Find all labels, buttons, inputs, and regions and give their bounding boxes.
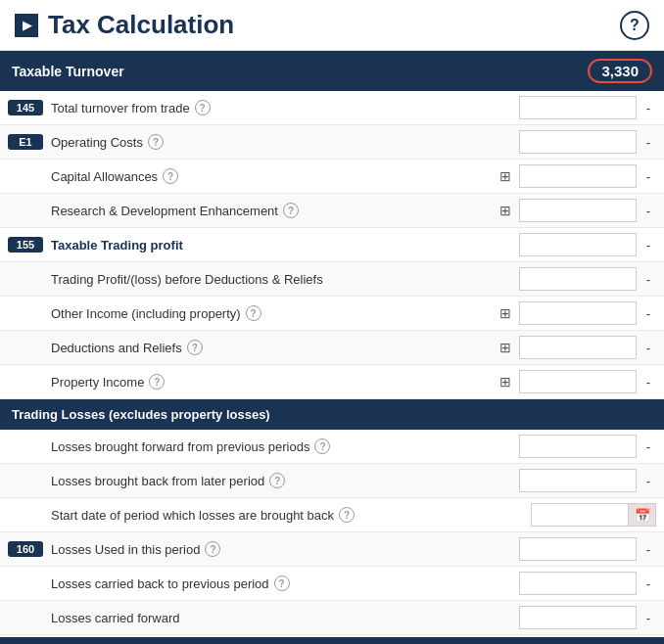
info-icon-capital[interactable]: ? (163, 168, 178, 184)
row-other: Other Income (including property) ? ⊞ - (0, 297, 664, 331)
input-area-145: - (519, 96, 656, 119)
row-capital: Capital Allowances ? ⊞ - (0, 160, 664, 194)
row-losses-carriedforward: Losses carried forward - (0, 601, 664, 635)
calc-icon-capital[interactable]: ⊞ (499, 168, 511, 184)
label-losses-160: Losses Used in this period ? (51, 541, 519, 557)
input-rd[interactable] (519, 199, 637, 222)
input-losses-carriedforward[interactable] (519, 606, 637, 629)
input-155[interactable] (519, 233, 637, 256)
label-losses-back: Losses brought back from later period ? (51, 473, 519, 488)
losses-rows: Losses brought forward from previous per… (0, 430, 664, 635)
input-deductions[interactable] (519, 336, 637, 359)
input-area-losses-forward: - (519, 435, 656, 458)
label-losses-carriedforward: Losses carried forward (51, 611, 519, 625)
label-e1: Operating Costs ? (51, 134, 519, 150)
label-rd: Research & Development Enhancement ? (51, 203, 499, 218)
info-icon-losses-back[interactable]: ? (269, 473, 285, 488)
label-losses-carriedback: Losses carried back to previous period ? (51, 575, 519, 591)
row-rd: Research & Development Enhancement ? ⊞ - (0, 194, 664, 228)
calc-icon-property[interactable]: ⊞ (499, 374, 511, 390)
label-capital: Capital Allowances ? (51, 168, 499, 184)
input-area-losses-160: - (519, 537, 656, 561)
input-area-155: - (519, 233, 656, 256)
row-145: 145 Total turnover from trade ? - (0, 91, 664, 125)
input-area-losses-carriedforward: - (519, 606, 656, 629)
input-losses-160[interactable] (519, 537, 637, 561)
info-icon-other[interactable]: ? (246, 305, 261, 321)
input-property[interactable] (519, 370, 637, 393)
input-area-capital: ⊞ - (499, 164, 656, 188)
row-155: 155 Taxable Trading profit - (0, 228, 664, 262)
badge-160: 160 (8, 541, 43, 557)
input-area-losses-carriedback: - (519, 572, 656, 595)
label-deductions: Deductions and Reliefs ? (51, 340, 499, 355)
input-area-trading: - (519, 267, 656, 291)
input-area-other: ⊞ - (499, 301, 656, 325)
info-icon-losses-startdate[interactable]: ? (339, 507, 355, 523)
input-145[interactable] (519, 96, 637, 119)
label-losses-forward: Losses brought forward from previous per… (51, 438, 519, 454)
page-footer: Total payable Corporation Tax (£) 632.70 (0, 637, 664, 644)
main-rows: 145 Total turnover from trade ? - E1 Ope… (0, 91, 664, 399)
row-deductions: Deductions and Reliefs ? ⊞ - (0, 331, 664, 365)
badge-e1: E1 (8, 134, 43, 150)
calc-icon-rd[interactable]: ⊞ (499, 203, 511, 218)
help-button[interactable]: ? (620, 11, 649, 40)
info-icon-losses-forward[interactable]: ? (314, 438, 330, 454)
row-trading: Trading Profit/(loss) before Deductions … (0, 262, 664, 297)
input-losses-forward[interactable] (519, 435, 637, 458)
page-wrapper: ▶ Tax Calculation ? Taxable Turnover 3,3… (0, 0, 664, 644)
label-145: Total turnover from trade ? (51, 100, 519, 115)
label-155: Taxable Trading profit (51, 238, 519, 253)
trading-losses-header: Trading Losses (excludes property losses… (0, 399, 664, 430)
input-losses-startdate[interactable] (531, 503, 629, 527)
row-e1: E1 Operating Costs ? - (0, 125, 664, 160)
input-trading[interactable] (519, 267, 637, 291)
label-trading: Trading Profit/(loss) before Deductions … (51, 272, 519, 287)
input-area-rd: ⊞ - (499, 199, 656, 222)
row-losses-forward: Losses brought forward from previous per… (0, 430, 664, 464)
info-icon-property[interactable]: ? (149, 374, 165, 390)
page-title: Tax Calculation (48, 10, 234, 40)
taxable-turnover-label: Taxable Turnover (12, 64, 124, 79)
badge-155: 155 (8, 237, 43, 253)
label-property: Property Income ? (51, 374, 499, 390)
input-area-e1: - (519, 130, 656, 154)
taxable-turnover-header: Taxable Turnover 3,330 (0, 51, 664, 91)
row-losses-carriedback: Losses carried back to previous period ?… (0, 567, 664, 601)
calc-icon-other[interactable]: ⊞ (499, 305, 511, 321)
row-losses-160: 160 Losses Used in this period ? - (0, 532, 664, 567)
info-icon-145[interactable]: ? (195, 100, 211, 115)
row-losses-back: Losses brought back from later period ? … (0, 464, 664, 498)
info-icon-deductions[interactable]: ? (187, 340, 203, 355)
input-losses-carriedback[interactable] (519, 572, 637, 595)
row-losses-startdate: Start date of period which losses are br… (0, 498, 664, 532)
input-area-losses-back: - (519, 469, 656, 492)
header-left: ▶ Tax Calculation (15, 10, 234, 40)
label-other: Other Income (including property) ? (51, 305, 499, 321)
badge-145: 145 (8, 100, 43, 115)
input-losses-back[interactable] (519, 469, 637, 492)
page-header: ▶ Tax Calculation ? (0, 0, 664, 51)
info-icon-losses-carriedback[interactable]: ? (274, 575, 290, 591)
input-e1[interactable] (519, 130, 637, 154)
input-area-deductions: ⊞ - (499, 336, 656, 359)
input-capital[interactable] (519, 164, 637, 188)
row-property: Property Income ? ⊞ - (0, 365, 664, 399)
input-other[interactable] (519, 301, 637, 325)
info-icon-losses-160[interactable]: ? (205, 541, 220, 557)
info-icon-rd[interactable]: ? (283, 203, 299, 218)
calendar-button[interactable]: 📅 (629, 503, 656, 527)
label-losses-startdate: Start date of period which losses are br… (51, 507, 531, 523)
input-area-losses-startdate: 📅 (531, 503, 656, 527)
calc-icon-deductions[interactable]: ⊞ (499, 340, 511, 355)
header-icon: ▶ (15, 14, 38, 37)
taxable-turnover-value: 3,330 (588, 59, 652, 83)
info-icon-e1[interactable]: ? (148, 134, 164, 150)
input-area-property: ⊞ - (499, 370, 656, 393)
